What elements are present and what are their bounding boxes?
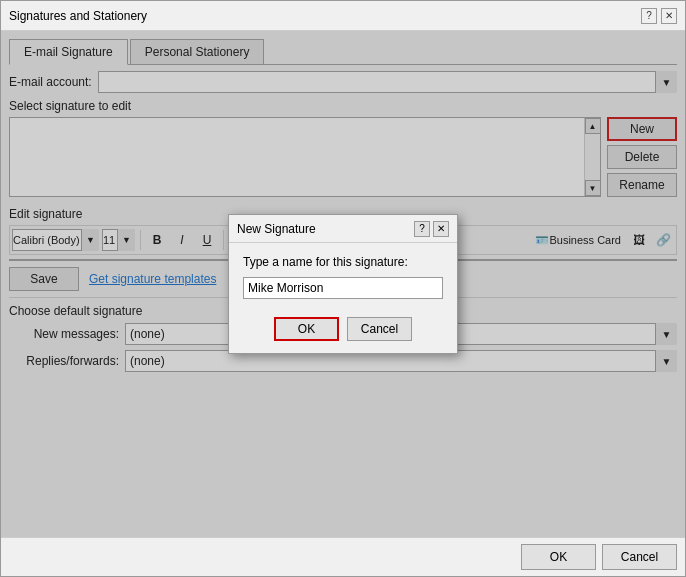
dialog-cancel-button[interactable]: Cancel: [347, 317, 412, 341]
help-button[interactable]: ?: [641, 8, 657, 24]
window-title: Signatures and Stationery: [9, 9, 147, 23]
dialog-instruction: Type a name for this signature:: [243, 255, 443, 269]
main-content: E-mail Signature Personal Stationery E-m…: [1, 31, 685, 537]
ok-button[interactable]: OK: [521, 544, 596, 570]
dialog-title-bar: New Signature ? ✕: [229, 215, 457, 243]
cancel-button[interactable]: Cancel: [602, 544, 677, 570]
dialog-title: New Signature: [237, 222, 316, 236]
footer-buttons: OK Cancel: [1, 537, 685, 576]
title-bar: Signatures and Stationery ? ✕: [1, 1, 685, 31]
close-button[interactable]: ✕: [661, 8, 677, 24]
dialog-body: Type a name for this signature:: [229, 243, 457, 311]
signature-name-input[interactable]: [243, 277, 443, 299]
main-window: Signatures and Stationery ? ✕ E-mail Sig…: [0, 0, 686, 577]
dialog-help-btn[interactable]: ?: [414, 221, 430, 237]
dialog-overlay: New Signature ? ✕ Type a name for this s…: [1, 31, 685, 537]
new-signature-dialog: New Signature ? ✕ Type a name for this s…: [228, 214, 458, 354]
dialog-footer: OK Cancel: [229, 311, 457, 353]
dialog-ok-button[interactable]: OK: [274, 317, 339, 341]
dialog-controls: ? ✕: [414, 221, 449, 237]
title-bar-controls: ? ✕: [641, 8, 677, 24]
dialog-close-btn[interactable]: ✕: [433, 221, 449, 237]
